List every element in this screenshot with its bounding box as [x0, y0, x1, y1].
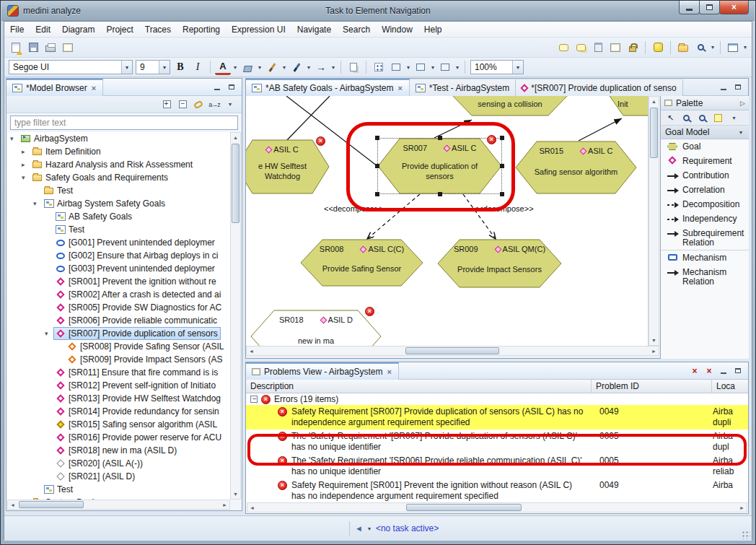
view-minimize-button[interactable]	[211, 82, 223, 92]
marker-button[interactable]	[650, 40, 666, 56]
tree-item-airbag-safety-goals[interactable]: ▾Airbag System Safety Goals	[7, 197, 230, 210]
align-dropdown-icon[interactable]: ▾	[429, 64, 436, 71]
editor-tab-ab-safety-goals[interactable]: *AB Safety Goals - AirbagSystem ×	[246, 79, 410, 96]
search-folder-button[interactable]	[693, 40, 708, 56]
perspective-dropdown-icon[interactable]: ▾	[742, 44, 749, 51]
tree-item-sr001[interactable]: [SR001] Prevent the ignition without re	[7, 275, 230, 288]
font-size-combo[interactable]: 9 ▾	[136, 60, 170, 74]
menu-search[interactable]: Search	[337, 22, 376, 37]
requirement-node-sr008[interactable]: SR008ASIL C(C) Provide Safing Sensor	[300, 239, 423, 287]
tree-item-test3[interactable]: Test	[7, 483, 230, 496]
bold-button[interactable]: B	[172, 59, 188, 75]
editor-maximize-button[interactable]	[732, 82, 744, 92]
zoom-out-tool-button[interactable]	[695, 112, 709, 124]
close-icon[interactable]: ×	[91, 84, 97, 92]
problems-horizontal-scrollbar[interactable]: ◄ ►	[247, 502, 747, 513]
tree-item-sr005[interactable]: [SR005] Provide SW Diagnostics for AC	[7, 301, 230, 314]
tree-item-hara[interactable]: ▸Hazard Analysis and Risk Assessment	[7, 158, 230, 171]
menu-navigate[interactable]: Navigate	[291, 22, 337, 37]
tree-item-sr013[interactable]: [SR013] Provide HW Selftest Watchdog	[7, 392, 230, 405]
requirement-node-sr018[interactable]: × SR018ASIL D new in ma	[250, 310, 382, 346]
open-resource-button[interactable]	[675, 40, 691, 56]
filter-input[interactable]	[10, 115, 238, 130]
tree-item-test2[interactable]: Test	[7, 223, 230, 236]
arrow-style-button[interactable]: →	[313, 59, 329, 75]
tree-item-sr012[interactable]: [SR012] Prevent self-ignition of Initiat…	[7, 379, 230, 392]
tree-item-g001[interactable]: [G001] Prevent unintended deploymer	[7, 236, 230, 249]
palette-item-independency[interactable]: Independency	[661, 212, 749, 226]
menu-file[interactable]: File	[4, 22, 30, 37]
menu-expression-ui[interactable]: Expression UI	[226, 22, 291, 37]
scroll-right-icon[interactable]: ►	[220, 500, 229, 510]
tasks-button[interactable]	[607, 40, 623, 56]
palette-item-mechanism-relation[interactable]: Mechanism Relation	[661, 265, 749, 289]
scroll-left-icon[interactable]: ◄	[8, 500, 17, 510]
delete-marker-button[interactable]: ×	[689, 366, 700, 376]
arrange-button[interactable]	[388, 59, 404, 75]
canvas-vertical-scrollbar[interactable]: ▲ ▼	[649, 96, 659, 346]
tree-horizontal-scrollbar[interactable]: ◄ ►	[7, 500, 230, 510]
menu-traces[interactable]: Traces	[139, 22, 177, 37]
resize-grip[interactable]	[742, 531, 750, 539]
sort-button[interactable]: a→z	[207, 97, 221, 111]
palette-section-goal-model[interactable]: Goal Model ▾	[661, 126, 749, 139]
copy-format-button[interactable]	[346, 59, 361, 75]
export-button[interactable]	[60, 40, 76, 56]
diagram-canvas[interactable]: sensing a collision Init × ASIL C e HW S…	[246, 96, 649, 346]
editor-tab-sr007[interactable]: *[SR007] Provide duplication of senso	[516, 79, 682, 96]
comment-page-button[interactable]	[590, 40, 606, 56]
problem-row-sr007-identifier[interactable]: × The 'Safety Requirement '[SR007] Provi…	[246, 430, 748, 454]
goal-node-init[interactable]: Init	[607, 96, 649, 116]
font-family-combo[interactable]: Segoe UI ▾	[9, 60, 133, 74]
expand-icon[interactable]: ▾	[22, 174, 31, 181]
tree-item-sr009[interactable]: [SR009] Provide Impact Sensors (AS	[7, 353, 230, 366]
column-location[interactable]: Loca	[712, 380, 748, 393]
zoom-combo[interactable]: 100% ▾	[470, 60, 524, 74]
line-style-button[interactable]	[289, 59, 304, 75]
expand-icon[interactable]: ▸	[22, 148, 31, 155]
palette-item-contribution[interactable]: Contribution	[661, 168, 749, 183]
add-comment-button[interactable]	[555, 40, 571, 56]
canvas-horizontal-scrollbar[interactable]: ◄ ►	[246, 346, 659, 356]
goal-node-sensing[interactable]: sensing a collision	[450, 96, 570, 116]
italic-button[interactable]: I	[190, 59, 206, 75]
line-color-button[interactable]	[264, 59, 280, 75]
menu-edit[interactable]: Edit	[30, 22, 56, 37]
problems-maximize-button[interactable]	[732, 366, 744, 376]
maximize-button[interactable]	[699, 1, 720, 14]
expand-all-button[interactable]	[159, 97, 174, 111]
resize-handle[interactable]	[375, 192, 379, 196]
problems-tab[interactable]: Problems View - AirbagSystem ×	[246, 362, 399, 380]
menu-diagram[interactable]: Diagram	[56, 22, 100, 37]
font-color-button[interactable]: A	[215, 59, 231, 75]
font-color-dropdown-icon[interactable]: ▾	[232, 64, 239, 71]
collapse-group-icon[interactable]	[250, 396, 258, 403]
expand-icon[interactable]: ▾	[10, 135, 19, 142]
menu-project[interactable]: Project	[100, 22, 139, 37]
tree-item-test[interactable]: Test	[7, 184, 230, 197]
palette-item-requirement[interactable]: Requirement	[661, 154, 749, 168]
view-maximize-button[interactable]	[226, 82, 237, 92]
resize-handle[interactable]	[438, 192, 442, 196]
palette-item-decomposition[interactable]: Decomposition	[661, 197, 749, 212]
tree-item-ab-safety-goals[interactable]: AB Safety Goals	[7, 210, 230, 223]
line-style-dropdown-icon[interactable]: ▾	[305, 64, 312, 71]
perspective-button[interactable]	[725, 40, 741, 56]
view-menu-button[interactable]: ▾	[223, 97, 237, 111]
chevron-down-icon[interactable]: ▾	[709, 44, 716, 51]
column-problem-id[interactable]: Problem ID	[592, 380, 712, 393]
tree-item-g003[interactable]: [G003] Prevent unintended deploymer	[7, 262, 230, 275]
resize-handle[interactable]	[500, 192, 504, 196]
font-family-dropdown-icon[interactable]: ▾	[121, 61, 132, 74]
palette-item-goal[interactable]: Goal	[661, 139, 749, 154]
model-browser-tab[interactable]: *Model Browser ×	[6, 79, 103, 96]
problem-row-sr001-independence[interactable]: × Safety Requirement [SR001] Prevent the…	[246, 479, 748, 502]
line-color-dropdown-icon[interactable]: ▾	[281, 64, 288, 71]
palette-item-correlation[interactable]: Correlation	[661, 183, 749, 197]
font-size-dropdown-icon[interactable]: ▾	[159, 61, 170, 74]
show-comments-button[interactable]	[573, 40, 589, 56]
note-tool-button[interactable]	[711, 112, 725, 124]
resize-handle[interactable]	[375, 136, 379, 140]
save-button[interactable]	[25, 40, 41, 56]
menu-window[interactable]: Window	[376, 22, 418, 37]
